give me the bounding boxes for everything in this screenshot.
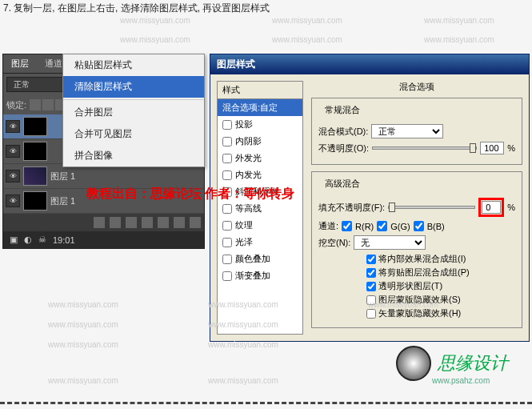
- style-checkbox[interactable]: [222, 255, 232, 264]
- link-layers-icon[interactable]: [94, 217, 105, 228]
- link-icon[interactable]: [50, 121, 62, 132]
- style-checkbox[interactable]: [222, 271, 232, 281]
- layer-thumb[interactable]: [23, 117, 47, 136]
- menu-merge-layers[interactable]: 合并图层: [63, 102, 204, 123]
- status-icon: ◐: [24, 235, 32, 245]
- opt-layer-mask-checkbox[interactable]: [366, 295, 376, 305]
- watermark: www.missyuan.com: [208, 376, 278, 385]
- blend-section-title: 混合选项: [311, 81, 522, 93]
- tab-layers[interactable]: 图层: [3, 54, 37, 73]
- instruction-text: 7. 复制一层, 在图层上右击, 选择清除图层样式, 再设置图层样式: [3, 2, 270, 15]
- style-inner-glow[interactable]: 内发光: [218, 166, 302, 183]
- styles-list: 样式 混合选项:自定 投影 内阴影 外发光 内发光 斜面和浮雕 等高线 纹理 光…: [217, 81, 303, 335]
- fieldset-title: 常规混合: [322, 104, 363, 116]
- style-blend-options[interactable]: 混合选项:自定: [218, 99, 302, 116]
- opacity-label: 不透明度(O):: [318, 142, 369, 154]
- opt-inner-effects-checkbox[interactable]: [366, 255, 376, 264]
- style-gradient-overlay[interactable]: 渐变叠加: [218, 267, 302, 284]
- channel-b-checkbox[interactable]: [414, 221, 424, 231]
- menu-merge-visible[interactable]: 合并可见图层: [63, 123, 204, 145]
- opacity-slider[interactable]: [372, 146, 477, 150]
- style-checkbox[interactable]: [222, 154, 232, 163]
- watermark: www.missyuan.com: [120, 35, 190, 44]
- fx-icon[interactable]: [110, 217, 121, 228]
- watermark: www.missyuan.com: [48, 376, 118, 385]
- style-drop-shadow[interactable]: 投影: [218, 116, 302, 133]
- knockout-label: 挖空(N):: [318, 237, 350, 249]
- style-checkbox[interactable]: [222, 170, 232, 180]
- channel-g-checkbox[interactable]: [377, 221, 387, 231]
- watermark: www.missyuan.com: [48, 340, 118, 349]
- watermark: www.missyuan.com: [120, 16, 190, 25]
- style-checkbox[interactable]: [222, 120, 232, 130]
- panel-footer: [3, 214, 204, 231]
- layer-name: 图层 1: [50, 170, 202, 182]
- style-outer-glow[interactable]: 外发光: [218, 150, 302, 166]
- opt-label: 将剪贴图层混合成组(P): [378, 267, 470, 279]
- clock-time: 19:01: [53, 235, 75, 245]
- folder-icon[interactable]: [158, 217, 169, 228]
- opt-label: 将内部效果混合成组(I): [378, 253, 466, 265]
- style-contour[interactable]: 等高线: [218, 200, 302, 217]
- fill-opacity-slider[interactable]: [388, 206, 475, 209]
- highlight-marker: [478, 198, 504, 217]
- menu-separator: [63, 99, 204, 100]
- opt-clip-layers-checkbox[interactable]: [366, 268, 376, 278]
- status-icon: ☠: [38, 235, 46, 245]
- advanced-blend-group: 高级混合 填充不透明度(F): % 通道: R(R) G(G) B(B) 挖空(…: [311, 171, 522, 328]
- layer-thumb[interactable]: [23, 142, 47, 161]
- opacity-value-input[interactable]: [480, 142, 504, 154]
- fieldset-title: 高级混合: [322, 178, 363, 190]
- menu-paste-style[interactable]: 粘贴图层样式: [63, 54, 204, 76]
- new-layer-icon[interactable]: [174, 217, 185, 228]
- fill-opacity-input[interactable]: [482, 201, 501, 214]
- lock-pixels-icon[interactable]: [42, 99, 54, 110]
- knockout-select[interactable]: 无: [354, 235, 426, 250]
- status-bar: ▣ ◐ ☠ 19:01: [3, 231, 204, 248]
- visibility-icon[interactable]: 👁: [6, 194, 20, 207]
- visibility-icon[interactable]: 👁: [6, 170, 20, 182]
- mask-icon[interactable]: [126, 217, 137, 228]
- menu-clear-style[interactable]: 清除图层样式: [63, 76, 204, 98]
- menu-flatten[interactable]: 拼合图像: [63, 145, 204, 166]
- source-logo: 思缘设计: [396, 346, 508, 381]
- style-color-overlay[interactable]: 颜色叠加: [218, 251, 302, 267]
- style-inner-shadow[interactable]: 内阴影: [218, 133, 302, 150]
- blend-options-panel: 混合选项 常规混合 混合模式(D): 正常 不透明度(O): % 高级混合 填充…: [311, 81, 522, 335]
- opt-label: 矢量蒙版隐藏效果(H): [378, 307, 461, 319]
- style-checkbox[interactable]: [222, 204, 232, 214]
- watermark: www.missyuan.com: [48, 320, 118, 329]
- blend-mode-label: 混合模式(D):: [318, 126, 368, 138]
- watermark: www.missyuan.com: [272, 35, 342, 44]
- opt-label: 透明形状图层(T): [378, 280, 442, 292]
- watermark: www.missyuan.com: [424, 35, 494, 44]
- logo-icon: [396, 346, 431, 381]
- watermark: www.missyuan.com: [424, 16, 494, 25]
- visibility-icon[interactable]: 👁: [6, 145, 20, 158]
- style-texture[interactable]: 纹理: [218, 217, 302, 234]
- lock-label: 锁定:: [6, 99, 26, 111]
- opt-label: 图层蒙版隐藏效果(S): [378, 294, 461, 306]
- style-checkbox[interactable]: [222, 238, 232, 247]
- trash-icon[interactable]: [190, 217, 201, 228]
- logo-text: 思缘设计: [438, 351, 508, 375]
- visibility-icon[interactable]: 👁: [6, 120, 20, 133]
- style-checkbox[interactable]: [222, 221, 232, 231]
- opt-vector-mask-checkbox[interactable]: [366, 309, 376, 319]
- opt-transparency-checkbox[interactable]: [366, 282, 376, 291]
- status-icon: ▣: [10, 235, 18, 245]
- style-checkbox[interactable]: [222, 137, 232, 146]
- styles-header: 样式: [218, 82, 302, 99]
- channel-r-checkbox[interactable]: [342, 221, 352, 231]
- style-satin[interactable]: 光泽: [218, 234, 302, 251]
- watermark: www.missyuan.com: [48, 300, 118, 309]
- context-menu: 粘贴图层样式 清除图层样式 合并图层 合并可见图层 拼合图像: [62, 54, 205, 167]
- layer-thumb[interactable]: [23, 166, 47, 186]
- layer-thumb[interactable]: [23, 191, 47, 211]
- fill-opacity-label: 填充不透明度(F):: [318, 202, 385, 214]
- watermark: www.missyuan.com: [272, 16, 342, 25]
- adjustment-icon[interactable]: [142, 217, 153, 228]
- blend-mode-select[interactable]: 正常: [371, 124, 443, 138]
- link-icon[interactable]: [50, 146, 62, 157]
- lock-transparency-icon[interactable]: [30, 99, 41, 110]
